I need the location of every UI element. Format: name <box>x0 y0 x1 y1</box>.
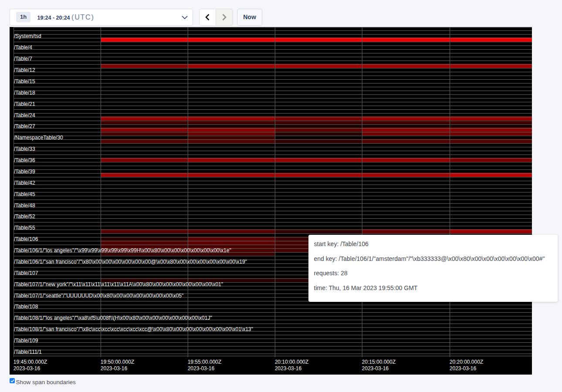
svg-text:/Table/48: /Table/48 <box>14 203 35 209</box>
svg-text:19:50:00.000Z: 19:50:00.000Z <box>101 359 134 365</box>
svg-text:2023-03-16: 2023-03-16 <box>450 365 477 372</box>
svg-text:/Table/107: /Table/107 <box>14 270 38 276</box>
svg-text:/Table/27: /Table/27 <box>14 123 35 129</box>
svg-text:2023-03-16: 2023-03-16 <box>188 365 215 372</box>
svg-text:/Table/4: /Table/4 <box>14 44 32 51</box>
svg-text:/Table/109: /Table/109 <box>14 338 38 344</box>
svg-text:/Table/108/1/"los angeles"/"\x: /Table/108/1/"los angeles"/"\xa8\xf5\u00… <box>14 315 212 321</box>
svg-text:20:10:00.000Z: 20:10:00.000Z <box>275 359 308 365</box>
svg-text:/Table/24: /Table/24 <box>14 112 35 118</box>
svg-text:/Table/106/1/"san francisco"/": /Table/106/1/"san francisco"/"\x80\x00\x… <box>14 259 247 265</box>
svg-text:2023-03-16: 2023-03-16 <box>275 365 302 372</box>
svg-text:/Table/106/1/"los angeles"/"\x: /Table/106/1/"los angeles"/"\x99\x99\x99… <box>14 247 231 253</box>
svg-text:/Table/18: /Table/18 <box>14 90 35 96</box>
svg-text:/Table/36: /Table/36 <box>14 157 35 163</box>
svg-text:20:15:00.000Z: 20:15:00.000Z <box>362 359 396 365</box>
svg-text:/Table/108: /Table/108 <box>14 304 38 310</box>
svg-text:/Table/15: /Table/15 <box>14 78 35 84</box>
svg-text:/Table/52: /Table/52 <box>14 213 35 220</box>
svg-text:/Table/108/1/"san francisco"/": /Table/108/1/"san francisco"/"\x8c\xcc\x… <box>14 326 253 332</box>
svg-text:20:20:00.000Z: 20:20:00.000Z <box>450 359 483 365</box>
svg-text:/Table/12: /Table/12 <box>14 67 35 73</box>
svg-text:2023-03-16: 2023-03-16 <box>101 365 128 372</box>
svg-text:/Table/111/1: /Table/111/1 <box>14 349 42 355</box>
svg-text:/Table/107/1/"seattle"/"UUUUUU: /Table/107/1/"seattle"/"UUUUUUD\x00\x80\… <box>14 293 183 299</box>
svg-text:/Table/7: /Table/7 <box>14 56 32 62</box>
svg-text:2023-03-16: 2023-03-16 <box>14 365 41 372</box>
svg-text:/Table/107/1/"new york"/"\x11\: /Table/107/1/"new york"/"\x11\x11\x11\x1… <box>14 281 223 287</box>
svg-text:/Table/45: /Table/45 <box>14 191 35 197</box>
svg-text:2023-03-16: 2023-03-16 <box>362 365 389 372</box>
svg-text:/Table/33: /Table/33 <box>14 146 35 152</box>
svg-text:/NamespaceTable/30: /NamespaceTable/30 <box>14 135 63 141</box>
svg-text:19:55:00.000Z: 19:55:00.000Z <box>188 359 221 365</box>
svg-text:/System/tsd: /System/tsd <box>14 33 41 39</box>
svg-text:/Table/42: /Table/42 <box>14 180 35 186</box>
svg-text:/Table/106: /Table/106 <box>14 236 38 242</box>
svg-text:/Table/21: /Table/21 <box>14 101 35 107</box>
svg-text:19:45:00.000Z: 19:45:00.000Z <box>14 359 47 365</box>
svg-text:/Table/39: /Table/39 <box>14 169 35 175</box>
svg-text:/Table/55: /Table/55 <box>14 225 35 231</box>
